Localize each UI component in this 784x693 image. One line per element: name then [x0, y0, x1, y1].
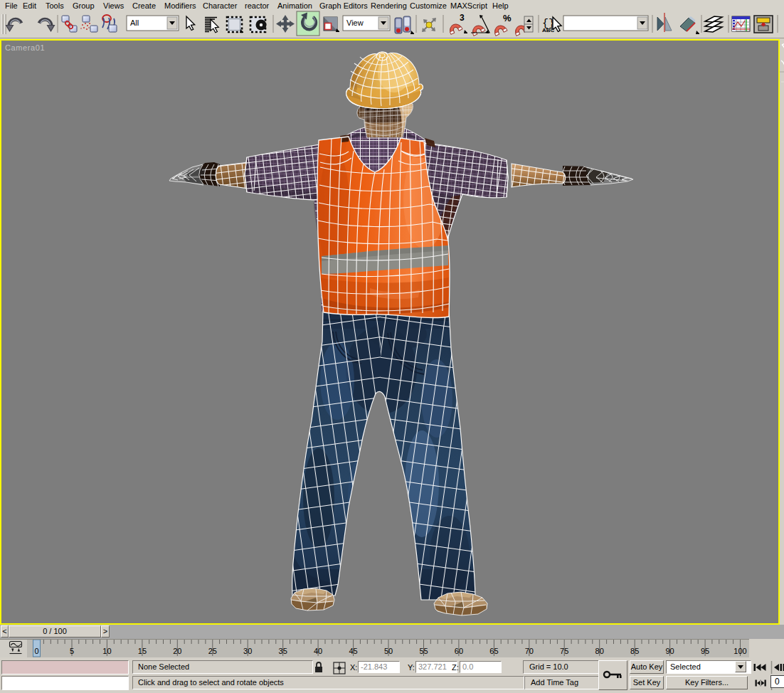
svg-text:60: 60: [455, 647, 463, 655]
svg-text:45: 45: [349, 647, 357, 655]
svg-text:3: 3: [460, 13, 465, 23]
svg-text:40: 40: [314, 647, 322, 655]
svg-text:35: 35: [279, 647, 287, 655]
svg-text:15: 15: [138, 647, 147, 655]
svg-text:55: 55: [419, 647, 428, 655]
svg-text:100: 100: [733, 647, 746, 655]
svg-text:View: View: [346, 18, 364, 27]
svg-text:0: 0: [34, 647, 38, 655]
svg-text:%: %: [503, 13, 512, 23]
svg-text:95: 95: [701, 647, 709, 655]
svg-text:70: 70: [525, 647, 534, 655]
svg-text:50: 50: [384, 647, 393, 655]
svg-text:10: 10: [102, 647, 111, 655]
svg-text:25: 25: [208, 647, 217, 655]
svg-text:90: 90: [665, 647, 674, 655]
svg-text:All: All: [130, 18, 139, 27]
svg-text:85: 85: [630, 647, 639, 655]
svg-text:80: 80: [595, 647, 604, 655]
svg-text:75: 75: [560, 647, 568, 655]
svg-text:30: 30: [243, 647, 252, 655]
svg-text:20: 20: [173, 647, 181, 655]
svg-text:65: 65: [489, 647, 498, 655]
svg-text:5: 5: [70, 647, 74, 655]
